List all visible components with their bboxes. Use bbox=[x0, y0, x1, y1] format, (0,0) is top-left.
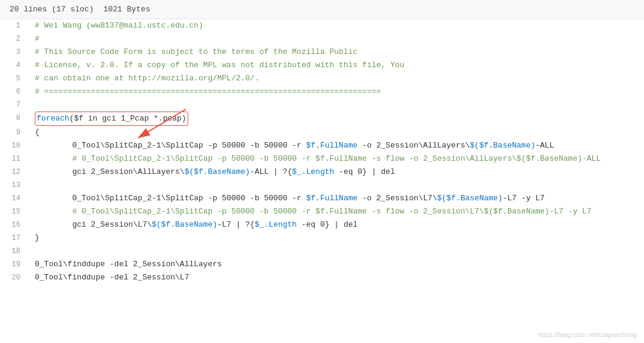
line-number: 13 bbox=[0, 179, 30, 192]
line-code bbox=[30, 245, 644, 258]
table-row: 10 0_Tool\SplitCap_2-1\SplitCap -p 50000… bbox=[0, 139, 644, 152]
line-number: 12 bbox=[0, 166, 30, 179]
line-number: 19 bbox=[0, 258, 30, 271]
line-code: # bbox=[30, 32, 644, 46]
table-row: 9{ bbox=[0, 126, 644, 139]
line-number: 3 bbox=[0, 46, 30, 59]
line-code: 0_Tool\finddupe -del 2_Session\L7 bbox=[30, 271, 644, 284]
file-size: 1021 Bytes bbox=[103, 5, 150, 14]
line-code: # 0_Tool\SplitCap_2-1\SplitCap -p 50000 … bbox=[30, 152, 644, 166]
code-container: 1# Wei Wang (ww8137@mail.ustc.edu.cn)2#3… bbox=[0, 19, 644, 343]
line-code: gci 2_Session\L7\$($f.BaseName)-L7 | ?{$… bbox=[30, 218, 644, 231]
table-row: 7 bbox=[0, 98, 644, 112]
line-code: # 0_Tool\SplitCap_2-1\SplitCap -p 50000 … bbox=[30, 205, 644, 218]
foreach-statement: foreach($f in gci 1_Pcap *.pcap) bbox=[35, 112, 188, 126]
line-number: 14 bbox=[0, 192, 30, 205]
table-row: 18 bbox=[0, 245, 644, 258]
table-row: 190_Tool\finddupe -del 2_Session\AllLaye… bbox=[0, 258, 644, 271]
line-number: 9 bbox=[0, 126, 30, 139]
table-row: 3# This Source Code Form is subject to t… bbox=[0, 46, 644, 59]
line-code: 0_Tool\SplitCap_2-1\SplitCap -p 50000 -b… bbox=[30, 192, 644, 205]
line-code: # This Source Code Form is subject to th… bbox=[30, 46, 644, 59]
watermark: https://blog.csdn.net/caiguanhong bbox=[538, 331, 637, 338]
table-row: 1# Wei Wang (ww8137@mail.ustc.edu.cn) bbox=[0, 19, 644, 32]
line-code: gci 2_Session\AllLayers\$($f.BaseName)-A… bbox=[30, 166, 644, 179]
line-number: 2 bbox=[0, 32, 30, 46]
line-number: 11 bbox=[0, 152, 30, 166]
line-number: 15 bbox=[0, 205, 30, 218]
code-table: 1# Wei Wang (ww8137@mail.ustc.edu.cn)2#3… bbox=[0, 19, 644, 284]
line-code bbox=[30, 98, 644, 112]
line-count: 20 lines (17 sloc) bbox=[10, 5, 94, 14]
table-row: 4# License, v. 2.0. If a copy of the MPL… bbox=[0, 59, 644, 72]
line-number: 16 bbox=[0, 218, 30, 231]
line-code: # License, v. 2.0. If a copy of the MPL … bbox=[30, 59, 644, 72]
table-row: 13 bbox=[0, 179, 644, 192]
table-row: 14 0_Tool\SplitCap_2-1\SplitCap -p 50000… bbox=[0, 192, 644, 205]
line-number: 10 bbox=[0, 139, 30, 152]
table-row: 11 # 0_Tool\SplitCap_2-1\SplitCap -p 500… bbox=[0, 152, 644, 166]
line-number: 20 bbox=[0, 271, 30, 284]
table-row: 17} bbox=[0, 231, 644, 245]
line-code: # Wei Wang (ww8137@mail.ustc.edu.cn) bbox=[30, 19, 644, 32]
table-row: 6# =====================================… bbox=[0, 85, 644, 98]
file-header: 20 lines (17 sloc) 1021 Bytes bbox=[0, 0, 644, 19]
table-row: 2# bbox=[0, 32, 644, 46]
table-row: 200_Tool\finddupe -del 2_Session\L7 bbox=[0, 271, 644, 284]
line-code: # can obtain one at http://mozilla.org/M… bbox=[30, 72, 644, 85]
line-number: 6 bbox=[0, 85, 30, 98]
table-row: 5# can obtain one at http://mozilla.org/… bbox=[0, 72, 644, 85]
table-row: 12 gci 2_Session\AllLayers\$($f.BaseName… bbox=[0, 166, 644, 179]
line-number: 7 bbox=[0, 98, 30, 112]
table-row: 16 gci 2_Session\L7\$($f.BaseName)-L7 | … bbox=[0, 218, 644, 231]
line-number: 5 bbox=[0, 72, 30, 85]
line-code: { bbox=[30, 126, 644, 139]
line-code: # ======================================… bbox=[30, 85, 644, 98]
line-number: 17 bbox=[0, 231, 30, 245]
line-code: foreach($f in gci 1_Pcap *.pcap) bbox=[30, 112, 644, 126]
line-code bbox=[30, 179, 644, 192]
line-code: 0_Tool\SplitCap_2-1\SplitCap -p 50000 -b… bbox=[30, 139, 644, 152]
line-number: 4 bbox=[0, 59, 30, 72]
table-row: 15 # 0_Tool\SplitCap_2-1\SplitCap -p 500… bbox=[0, 205, 644, 218]
line-number: 8 bbox=[0, 112, 30, 126]
line-code: } bbox=[30, 231, 644, 245]
line-number: 1 bbox=[0, 19, 30, 32]
line-code: 0_Tool\finddupe -del 2_Session\AllLayers bbox=[30, 258, 644, 271]
line-number: 18 bbox=[0, 245, 30, 258]
table-row: 8foreach($f in gci 1_Pcap *.pcap) bbox=[0, 112, 644, 126]
